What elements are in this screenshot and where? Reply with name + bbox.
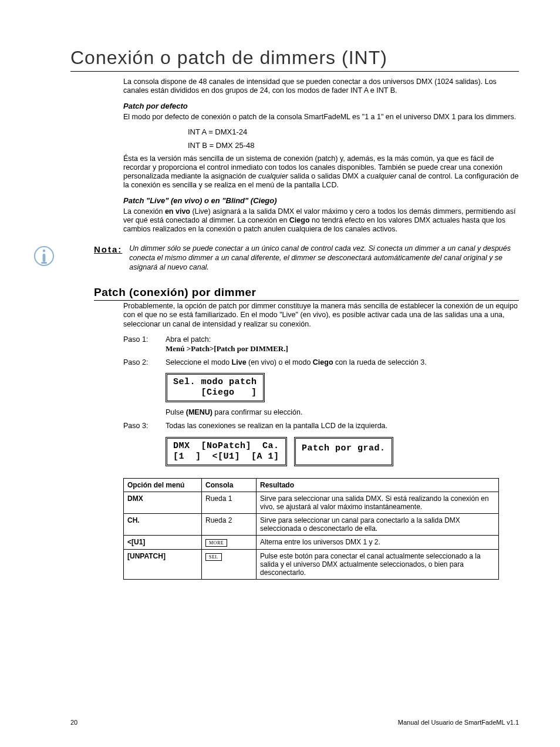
step-3-body: Todas las conexiones se realizan en la p… — [166, 421, 519, 430]
text: Seleccione el modo — [166, 358, 232, 366]
cell-option: [UNPATCH] — [124, 549, 202, 579]
step-1: Paso 1: Abra el patch: Menú >Patch>[Patc… — [123, 335, 519, 354]
lcd-line: [1 ] <[U1] [A 1] — [173, 452, 279, 462]
explain-paragraph: Ésta es la versión más sencilla de un si… — [123, 154, 519, 190]
cell-console: Rueda 1 — [202, 492, 257, 513]
note-label: Nota: — [94, 244, 122, 254]
text: (en vivo) o el modo — [247, 358, 313, 366]
cell-console: Rueda 2 — [202, 513, 257, 535]
table-row: DMX Rueda 1 Sirve para seleccionar una s… — [124, 492, 499, 513]
lcd-display-row-2: DMX [NoPatch] Ca. [1 ] <[U1] [A 1] Patch… — [166, 433, 519, 470]
page-title: Conexión o patch de dimmers (INT) — [70, 47, 519, 69]
step-1-label: Paso 1: — [123, 335, 166, 354]
after-lcd-1: Pulse (MENU) para confirmar su elección. — [166, 408, 519, 416]
lcd-line: Patch por grad. — [302, 443, 386, 453]
cell-console: SEL — [202, 549, 257, 579]
note-text: Un dimmer sólo se puede conectar a un ún… — [129, 244, 519, 272]
step-2-label: Paso 2: — [123, 358, 166, 367]
intro-paragraph: La consola dispone de 48 canales de inte… — [123, 78, 519, 96]
cell-result: Sirve para seleccionar una salida DMX. S… — [257, 492, 499, 513]
cell-result: Sirve para seleccionar un canal para con… — [257, 513, 499, 535]
text-bold: en vivo — [165, 207, 190, 216]
svg-point-1 — [43, 250, 45, 252]
step-1-body: Abra el patch: — [166, 335, 211, 344]
sel-button-icon: SEL — [205, 553, 222, 561]
cell-option: DMX — [124, 492, 202, 513]
subhead-default-patch: Patch por defecto — [123, 102, 519, 110]
step-3-label: Paso 3: — [123, 421, 166, 430]
text: con la rueda de selección 3. — [333, 358, 427, 366]
page-number: 20 — [70, 719, 77, 726]
cell-result: Pulse este botón para conectar el canal … — [257, 549, 499, 579]
subhead-live-blind: Patch "Live" (en vivo) o en "Blind" (Cie… — [123, 196, 519, 205]
int-b-mapping: INT B = DMX 25-48 — [188, 141, 519, 151]
step-1-menu-path: Menú >Patch>[Patch por DIMMER.] — [166, 344, 288, 353]
lcd-display-1: Sel. modo patch [Ciego ] — [166, 373, 265, 402]
cell-option: CH. — [124, 513, 202, 535]
table-row: CH. Rueda 2 Sirve para seleccionar un ca… — [124, 513, 499, 535]
default-patch-paragraph: El modo por defecto de conexión o patch … — [123, 113, 519, 122]
text-bold: (MENU) — [186, 408, 212, 416]
title-rule — [70, 71, 519, 72]
step-2: Paso 2: Seleccione el modo Live (en vivo… — [123, 358, 519, 367]
th-option: Opción del menú — [124, 478, 202, 492]
table-row: [UNPATCH] SEL Pulse este botón para cone… — [124, 549, 499, 579]
cell-result: Alterna entre los universos DMX 1 y 2. — [257, 535, 499, 549]
lcd-display-right: Patch por grad. — [294, 437, 393, 466]
table-row: <[U1] MORE Alterna entre los universos D… — [124, 535, 499, 549]
text-em: cualquier — [367, 172, 397, 180]
text: La conexión — [123, 207, 165, 216]
lcd-line: DMX [NoPatch] Ca. — [173, 441, 279, 451]
more-button-icon: MORE — [205, 539, 227, 547]
section2-paragraph: Probablemente, la opción de patch por di… — [123, 302, 519, 329]
doc-title-footer: Manual del Usuario de SmartFadeML v1.1 — [398, 719, 519, 726]
live-blind-paragraph: La conexión en vivo (Live) asignará a la… — [123, 207, 519, 234]
text-bold: Live — [232, 358, 247, 366]
lcd-line: [Ciego ] — [173, 388, 257, 398]
text: para confirmar su elección. — [212, 408, 303, 416]
footer: 20 Manual del Usuario de SmartFadeML v1.… — [70, 719, 519, 726]
th-result: Resultado — [257, 478, 499, 492]
cell-option: <[U1] — [124, 535, 202, 549]
svg-rect-2 — [43, 254, 46, 262]
menu-options-table: Opción del menú Consola Resultado DMX Ru… — [123, 478, 499, 580]
lcd-display-1-wrap: Sel. modo patch [Ciego ] — [166, 369, 519, 406]
lcd-line: Sel. modo patch — [173, 377, 257, 387]
text-em: cualquier — [258, 172, 288, 180]
svg-rect-3 — [41, 262, 47, 264]
int-a-mapping: INT A = DMX1-24 — [188, 127, 519, 137]
text-bold: Ciego — [313, 358, 333, 366]
cell-console: MORE — [202, 535, 257, 549]
section-patch-by-dimmer: Patch (conexión) por dimmer — [94, 286, 519, 301]
text: Pulse — [166, 408, 186, 416]
step-3: Paso 3: Todas las conexiones se realizan… — [123, 421, 519, 430]
text-bold: Ciego — [289, 216, 310, 224]
th-console: Consola — [202, 478, 257, 492]
note-block: Nota: Un dimmer sólo se puede conectar a… — [70, 244, 519, 272]
lcd-display-left: DMX [NoPatch] Ca. [1 ] <[U1] [A 1] — [166, 437, 287, 466]
text: salida o salidas DMX a — [288, 172, 367, 180]
info-icon — [32, 244, 56, 270]
